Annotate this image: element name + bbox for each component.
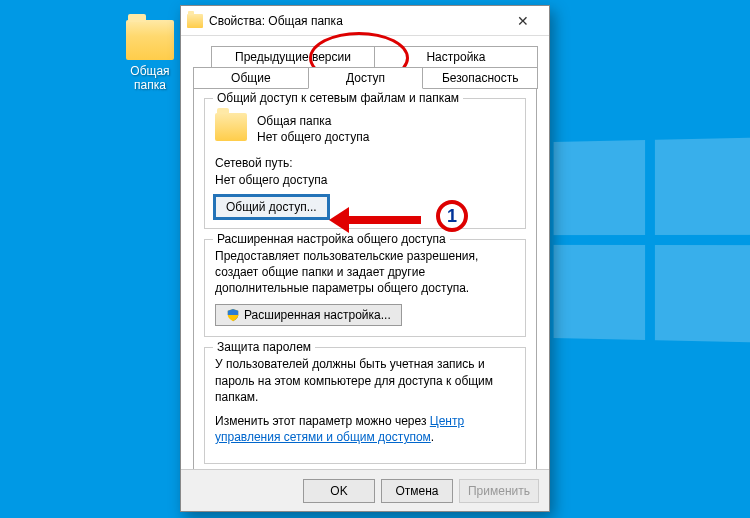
group-legend: Общий доступ к сетевым файлам и папкам — [213, 91, 463, 105]
folder-icon — [215, 113, 247, 141]
titlebar[interactable]: Свойства: Общая папка ✕ — [181, 6, 549, 36]
advanced-settings-button[interactable]: Расширенная настройка... — [215, 304, 402, 326]
advanced-desc: Предоставляет пользовательские разрешени… — [215, 248, 515, 297]
close-button[interactable]: ✕ — [503, 13, 543, 29]
tab-strip: Предыдущие версии Настройка Общие Доступ… — [193, 46, 537, 480]
password-change-text: Изменить этот параметр можно через Центр… — [215, 413, 515, 445]
cancel-button[interactable]: Отмена — [381, 479, 453, 503]
properties-dialog: Свойства: Общая папка ✕ Предыдущие верси… — [180, 5, 550, 512]
group-legend: Защита паролем — [213, 340, 315, 354]
group-password-protection: Защита паролем У пользователей должны бы… — [204, 347, 526, 464]
group-advanced-sharing: Расширенная настройка общего доступа Пре… — [204, 239, 526, 338]
share-status: Нет общего доступа — [257, 129, 369, 145]
desktop-folder-label: Общая папка — [120, 64, 180, 92]
dialog-footer: OK Отмена Применить — [181, 469, 549, 511]
tab-security[interactable]: Безопасность — [422, 67, 538, 89]
tab-access[interactable]: Доступ — [308, 67, 424, 89]
group-network-sharing: Общий доступ к сетевым файлам и папкам О… — [204, 98, 526, 229]
share-button[interactable]: Общий доступ... — [215, 196, 328, 218]
apply-button[interactable]: Применить — [459, 479, 539, 503]
dialog-title: Свойства: Общая папка — [209, 14, 503, 28]
tab-settings[interactable]: Настройка — [374, 46, 538, 68]
folder-name: Общая папка — [257, 113, 369, 129]
network-path-label: Сетевой путь: — [215, 155, 515, 171]
windows-logo — [554, 138, 750, 342]
network-path-value: Нет общего доступа — [215, 172, 515, 188]
uac-shield-icon — [226, 308, 240, 322]
folder-icon — [187, 14, 203, 28]
folder-icon — [126, 20, 174, 60]
tab-general[interactable]: Общие — [193, 67, 309, 89]
tab-previous-versions[interactable]: Предыдущие версии — [211, 46, 375, 68]
password-desc: У пользователей должны быть учетная запи… — [215, 356, 515, 405]
advanced-button-label: Расширенная настройка... — [244, 308, 391, 322]
ok-button[interactable]: OK — [303, 479, 375, 503]
desktop-folder-icon[interactable]: Общая папка — [120, 20, 180, 92]
tab-content-access: Общий доступ к сетевым файлам и папкам О… — [193, 88, 537, 480]
group-legend: Расширенная настройка общего доступа — [213, 232, 450, 246]
